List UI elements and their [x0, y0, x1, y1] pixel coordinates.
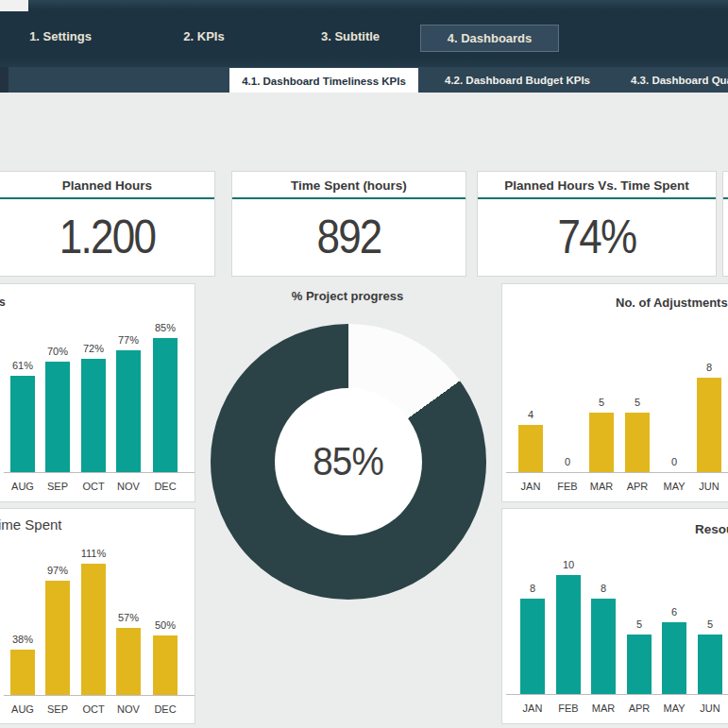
chart-resources: Resou 8JAN10FEB8MAR5APR6MAY5JUN [501, 508, 728, 724]
bar-aug [10, 650, 35, 695]
bar-value-label: 57% [108, 612, 149, 625]
bar-dec [153, 635, 178, 695]
bar-oct [81, 359, 106, 472]
top-nav-bar: 1. Settings 2. KPIs 3. Subtitle 4. Dashb… [0, 0, 728, 67]
bar-value-label: 8 [512, 583, 553, 596]
nav-tab-dashboards-active[interactable]: 4. Dashboards [420, 25, 559, 52]
bar-nov [116, 628, 141, 695]
subtab-edge-fragment [0, 67, 8, 93]
bar-nov [116, 350, 141, 472]
nav-tab-settings[interactable]: 1. Settings [29, 0, 92, 67]
category-label: JUN [689, 703, 728, 716]
window-corner-fragment [0, 0, 28, 11]
x-axis [506, 472, 728, 473]
bar-value-label: 38% [2, 634, 43, 647]
bar-value-label: 85% [144, 322, 186, 335]
subtab-quality-kpis-truncated[interactable]: 4.3. Dashboard Qua [631, 67, 728, 93]
chart-title-fragment: ime Spent [0, 516, 62, 533]
bar-value-label: 6 [653, 606, 695, 619]
bar-mar [589, 413, 614, 472]
bar-dec [153, 338, 178, 472]
category-label: DEC [144, 703, 186, 717]
bar-may [662, 622, 686, 694]
category-label: NOV [108, 481, 149, 494]
subtab-timeliness-kpis-active[interactable]: 4.1. Dashboard Timeliness KPIs [229, 68, 418, 93]
bar-apr [625, 413, 650, 472]
bar-sep [45, 362, 70, 472]
bar-jun [697, 378, 721, 472]
chart-title: No. of Adjustments [616, 296, 728, 310]
bar-value-label: 0 [547, 456, 588, 469]
category-label: JUN [688, 481, 728, 494]
bar-apr [627, 635, 652, 694]
bar-value-label: 5 [689, 618, 728, 632]
nav-tab-subtitle[interactable]: 3. Subtitle [321, 0, 380, 67]
bar-jan [520, 599, 545, 694]
bar-value-label: 8 [583, 583, 624, 596]
category-label: DEC [144, 481, 186, 494]
bar-value-label: 50% [144, 619, 186, 633]
bar-jun [698, 635, 722, 694]
chart-planned-vs-time-spent: ime Spent 38%AUG97%SEP111%OCT57%NOV50%DE… [0, 508, 195, 724]
bar-value-label: 0 [653, 456, 695, 469]
kpi-value: 892 [246, 199, 451, 273]
donut-progress-value: 85% [313, 439, 384, 484]
bar-mar [591, 599, 616, 694]
dashboard-subtab-bar: 4.1. Dashboard Timeliness KPIs 4.2. Dash… [0, 67, 728, 93]
bar-value-label: 77% [108, 334, 149, 347]
chart-adjustments: No. of Adjustments 4JAN0FEB5MAR5APR0MAY8… [501, 283, 728, 502]
bar-sep [45, 581, 70, 695]
kpi-title: Planned Hours Vs. Time Spent [478, 172, 716, 199]
dashboard-screen: 1. Settings 2. KPIs 3. Subtitle 4. Dashb… [0, 0, 728, 728]
category-label: APR [617, 481, 658, 494]
chart-monthly-progress: s 61%AUG70%SEP72%OCT77%NOV85%DEC [0, 283, 195, 502]
bar-value-label: 5 [617, 397, 658, 410]
bar-feb [556, 575, 581, 694]
x-axis [4, 695, 195, 696]
kpi-card-planned-hours: Planned Hours 1.200 [0, 171, 215, 277]
bar-value-label: 4 [510, 409, 551, 422]
donut-chart-title: % Project progress [229, 289, 466, 303]
subtab-budget-kpis[interactable]: 4.2. Dashboard Budget KPIs [423, 67, 612, 93]
x-axis [506, 694, 728, 695]
bar-value-label: 97% [37, 565, 78, 578]
kpi-title [723, 172, 728, 199]
nav-tab-kpis[interactable]: 2. KPIs [183, 0, 224, 67]
kpi-value: 1.200 [13, 199, 202, 273]
project-progress-donut: 85% [211, 324, 486, 600]
donut-hole: 85% [275, 388, 422, 535]
kpi-card-partial [722, 171, 728, 277]
category-label: NOV [108, 703, 149, 717]
kpi-title: Time Spent (hours) [232, 172, 466, 199]
kpi-title: Planned Hours [0, 172, 214, 199]
kpi-value: 74% [492, 199, 702, 273]
x-axis [4, 472, 195, 473]
bar-value-label: 10 [548, 559, 589, 572]
chart-title-fragment: s [0, 296, 6, 309]
category-label: JAN [510, 481, 551, 494]
chart-title-fragment: Resou [695, 522, 728, 536]
bar-value-label: 61% [2, 360, 43, 373]
kpi-card-planned-vs-spent: Planned Hours Vs. Time Spent 74% [477, 171, 717, 277]
bar-aug [10, 376, 35, 472]
kpi-card-time-spent: Time Spent (hours) 892 [231, 171, 466, 277]
bar-oct [81, 564, 106, 695]
bar-value-label: 8 [688, 362, 728, 375]
bar-value-label: 5 [618, 618, 660, 632]
bar-value-label: 111% [73, 548, 114, 561]
bar-jan [518, 425, 543, 472]
